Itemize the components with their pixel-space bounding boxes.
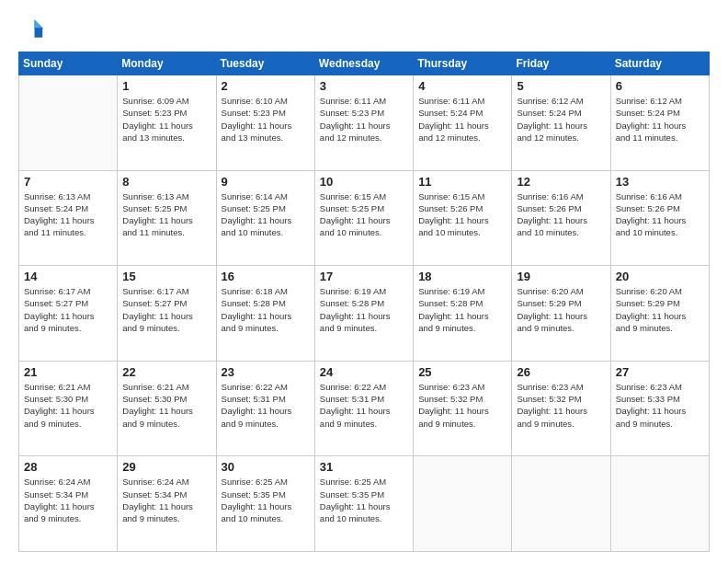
day-info: Sunrise: 6:12 AM Sunset: 5:24 PM Dayligh… <box>616 95 704 144</box>
calendar-table: SundayMondayTuesdayWednesdayThursdayFrid… <box>18 52 710 552</box>
day-number: 20 <box>616 270 704 283</box>
day-info: Sunrise: 6:14 AM Sunset: 5:25 PM Dayligh… <box>222 190 310 239</box>
day-cell <box>512 456 610 552</box>
day-cell: 1Sunrise: 6:09 AM Sunset: 5:23 PM Daylig… <box>118 75 216 171</box>
day-info: Sunrise: 6:09 AM Sunset: 5:23 PM Dayligh… <box>122 95 210 144</box>
day-cell: 8Sunrise: 6:13 AM Sunset: 5:25 PM Daylig… <box>118 170 216 266</box>
day-number: 25 <box>418 365 506 379</box>
svg-marker-1 <box>35 20 43 29</box>
day-cell: 17Sunrise: 6:19 AM Sunset: 5:28 PM Dayli… <box>314 266 413 362</box>
day-cell: 31Sunrise: 6:25 AM Sunset: 5:35 PM Dayli… <box>314 456 413 552</box>
day-cell: 11Sunrise: 6:15 AM Sunset: 5:26 PM Dayli… <box>414 170 512 266</box>
day-number: 3 <box>320 79 408 93</box>
day-cell: 24Sunrise: 6:22 AM Sunset: 5:31 PM Dayli… <box>314 361 413 456</box>
day-number: 22 <box>122 365 210 379</box>
day-info: Sunrise: 6:12 AM Sunset: 5:24 PM Dayligh… <box>517 95 605 144</box>
day-number: 10 <box>320 175 408 189</box>
day-cell: 21Sunrise: 6:21 AM Sunset: 5:30 PM Dayli… <box>19 361 118 456</box>
day-cell: 18Sunrise: 6:19 AM Sunset: 5:28 PM Dayli… <box>414 266 512 362</box>
weekday-monday: Monday <box>118 52 216 75</box>
day-cell: 16Sunrise: 6:18 AM Sunset: 5:28 PM Dayli… <box>216 266 314 362</box>
day-number: 21 <box>24 365 112 379</box>
day-cell: 20Sunrise: 6:20 AM Sunset: 5:29 PM Dayli… <box>610 266 709 362</box>
day-info: Sunrise: 6:11 AM Sunset: 5:23 PM Dayligh… <box>320 95 408 144</box>
day-info: Sunrise: 6:20 AM Sunset: 5:29 PM Dayligh… <box>517 285 605 334</box>
day-cell: 5Sunrise: 6:12 AM Sunset: 5:24 PM Daylig… <box>512 75 610 171</box>
day-info: Sunrise: 6:10 AM Sunset: 5:23 PM Dayligh… <box>222 95 310 144</box>
day-cell: 9Sunrise: 6:14 AM Sunset: 5:25 PM Daylig… <box>216 170 314 266</box>
day-info: Sunrise: 6:21 AM Sunset: 5:30 PM Dayligh… <box>24 381 112 430</box>
day-cell: 14Sunrise: 6:17 AM Sunset: 5:27 PM Dayli… <box>19 266 118 362</box>
day-number: 2 <box>222 79 310 93</box>
day-number: 13 <box>616 175 704 189</box>
day-cell: 12Sunrise: 6:16 AM Sunset: 5:26 PM Dayli… <box>512 170 610 266</box>
day-cell: 13Sunrise: 6:16 AM Sunset: 5:26 PM Dayli… <box>610 170 709 266</box>
day-cell <box>19 75 118 171</box>
day-number: 11 <box>418 175 506 189</box>
day-number: 18 <box>418 270 506 283</box>
day-number: 30 <box>222 460 310 474</box>
day-number: 8 <box>122 175 210 189</box>
day-info: Sunrise: 6:22 AM Sunset: 5:31 PM Dayligh… <box>320 381 408 430</box>
day-info: Sunrise: 6:24 AM Sunset: 5:34 PM Dayligh… <box>122 476 210 524</box>
day-cell: 25Sunrise: 6:23 AM Sunset: 5:32 PM Dayli… <box>414 361 512 456</box>
day-number: 4 <box>418 79 506 93</box>
day-cell: 2Sunrise: 6:10 AM Sunset: 5:23 PM Daylig… <box>216 75 314 171</box>
day-cell: 27Sunrise: 6:23 AM Sunset: 5:33 PM Dayli… <box>610 361 709 456</box>
day-number: 12 <box>517 175 605 189</box>
day-info: Sunrise: 6:13 AM Sunset: 5:25 PM Dayligh… <box>122 190 210 239</box>
day-cell: 26Sunrise: 6:23 AM Sunset: 5:32 PM Dayli… <box>512 361 610 456</box>
day-info: Sunrise: 6:20 AM Sunset: 5:29 PM Dayligh… <box>616 285 704 334</box>
day-cell: 15Sunrise: 6:17 AM Sunset: 5:27 PM Dayli… <box>118 266 216 362</box>
day-number: 17 <box>320 270 408 283</box>
day-number: 14 <box>24 270 112 283</box>
day-number: 28 <box>24 460 112 474</box>
day-cell: 6Sunrise: 6:12 AM Sunset: 5:24 PM Daylig… <box>610 75 709 171</box>
day-info: Sunrise: 6:23 AM Sunset: 5:32 PM Dayligh… <box>517 381 605 430</box>
logo <box>18 17 48 42</box>
day-number: 6 <box>616 79 704 93</box>
week-row-1: 7Sunrise: 6:13 AM Sunset: 5:24 PM Daylig… <box>19 170 710 266</box>
day-info: Sunrise: 6:23 AM Sunset: 5:32 PM Dayligh… <box>418 381 506 430</box>
day-cell <box>610 456 709 552</box>
day-info: Sunrise: 6:23 AM Sunset: 5:33 PM Dayligh… <box>616 381 704 430</box>
day-info: Sunrise: 6:22 AM Sunset: 5:31 PM Dayligh… <box>222 381 310 430</box>
day-info: Sunrise: 6:16 AM Sunset: 5:26 PM Dayligh… <box>616 190 704 239</box>
day-number: 9 <box>222 175 310 189</box>
day-cell: 29Sunrise: 6:24 AM Sunset: 5:34 PM Dayli… <box>118 456 216 552</box>
day-number: 5 <box>517 79 605 93</box>
day-info: Sunrise: 6:16 AM Sunset: 5:26 PM Dayligh… <box>517 190 605 239</box>
day-number: 27 <box>616 365 704 379</box>
day-number: 16 <box>222 270 310 283</box>
day-info: Sunrise: 6:11 AM Sunset: 5:24 PM Dayligh… <box>418 95 506 144</box>
day-info: Sunrise: 6:13 AM Sunset: 5:24 PM Dayligh… <box>24 190 112 239</box>
logo-icon <box>18 17 44 42</box>
day-cell: 3Sunrise: 6:11 AM Sunset: 5:23 PM Daylig… <box>314 75 413 171</box>
day-info: Sunrise: 6:19 AM Sunset: 5:28 PM Dayligh… <box>418 285 506 334</box>
day-cell: 30Sunrise: 6:25 AM Sunset: 5:35 PM Dayli… <box>216 456 314 552</box>
weekday-tuesday: Tuesday <box>216 52 314 75</box>
day-cell: 7Sunrise: 6:13 AM Sunset: 5:24 PM Daylig… <box>19 170 118 266</box>
week-row-2: 14Sunrise: 6:17 AM Sunset: 5:27 PM Dayli… <box>19 266 710 362</box>
day-number: 7 <box>24 175 112 189</box>
day-info: Sunrise: 6:18 AM Sunset: 5:28 PM Dayligh… <box>222 285 310 334</box>
day-number: 1 <box>122 79 210 93</box>
day-info: Sunrise: 6:25 AM Sunset: 5:35 PM Dayligh… <box>320 476 408 524</box>
day-info: Sunrise: 6:17 AM Sunset: 5:27 PM Dayligh… <box>24 285 112 334</box>
day-cell: 19Sunrise: 6:20 AM Sunset: 5:29 PM Dayli… <box>512 266 610 362</box>
week-row-0: 1Sunrise: 6:09 AM Sunset: 5:23 PM Daylig… <box>19 75 710 171</box>
weekday-saturday: Saturday <box>610 52 709 75</box>
week-row-4: 28Sunrise: 6:24 AM Sunset: 5:34 PM Dayli… <box>19 456 710 552</box>
day-info: Sunrise: 6:19 AM Sunset: 5:28 PM Dayligh… <box>320 285 408 334</box>
weekday-friday: Friday <box>512 52 610 75</box>
day-info: Sunrise: 6:15 AM Sunset: 5:26 PM Dayligh… <box>418 190 506 239</box>
day-cell: 4Sunrise: 6:11 AM Sunset: 5:24 PM Daylig… <box>414 75 512 171</box>
day-cell: 23Sunrise: 6:22 AM Sunset: 5:31 PM Dayli… <box>216 361 314 456</box>
day-cell: 10Sunrise: 6:15 AM Sunset: 5:25 PM Dayli… <box>314 170 413 266</box>
day-cell: 28Sunrise: 6:24 AM Sunset: 5:34 PM Dayli… <box>19 456 118 552</box>
day-number: 29 <box>122 460 210 474</box>
weekday-sunday: Sunday <box>19 52 118 75</box>
header <box>18 17 710 42</box>
day-info: Sunrise: 6:24 AM Sunset: 5:34 PM Dayligh… <box>24 476 112 524</box>
page: SundayMondayTuesdayWednesdayThursdayFrid… <box>0 0 728 563</box>
